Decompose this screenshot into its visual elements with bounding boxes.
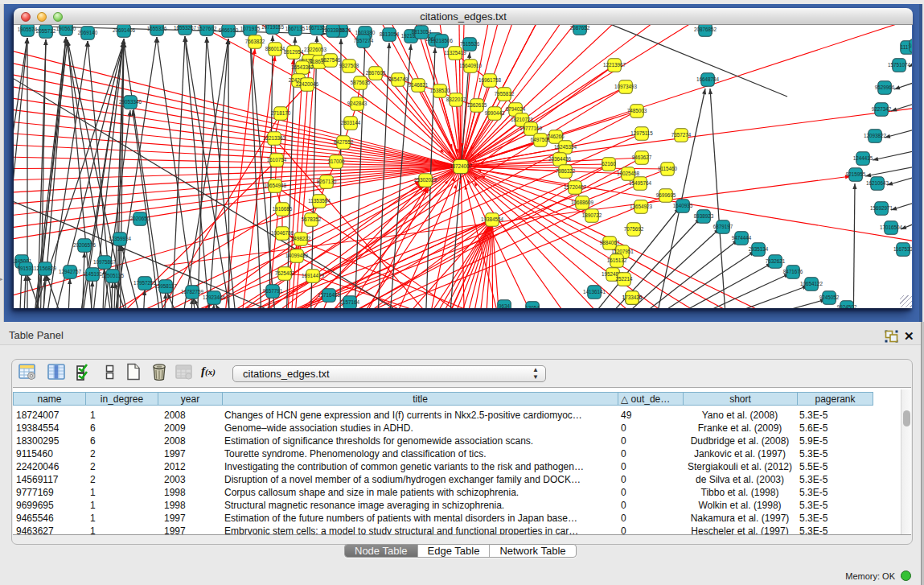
- svg-text:11207951: 11207951: [611, 249, 634, 254]
- svg-text:12359934: 12359934: [109, 236, 132, 241]
- svg-text:9242843: 9242843: [347, 101, 368, 106]
- svg-text:317006: 317006: [327, 159, 345, 164]
- svg-text:2055712: 2055712: [36, 28, 56, 34]
- svg-text:9634: 9634: [499, 303, 511, 308]
- svg-text:10154: 10154: [909, 43, 912, 48]
- svg-text:8860124: 8860124: [265, 46, 285, 51]
- svg-text:15751074: 15751074: [888, 62, 911, 68]
- svg-text:15720407: 15720407: [564, 184, 587, 190]
- svg-text:9884067: 9884067: [600, 240, 620, 245]
- svg-text:10688609: 10688609: [571, 200, 594, 205]
- svg-text:17957255: 17957255: [133, 280, 157, 286]
- svg-text:10654948: 10654948: [264, 183, 287, 188]
- svg-text:7357274: 7357274: [354, 38, 374, 43]
- svg-text:7485003: 7485003: [627, 108, 647, 113]
- svg-text:18724007: 18724007: [450, 163, 473, 169]
- svg-text:16961758: 16961758: [478, 77, 502, 83]
- svg-text:6794024: 6794024: [506, 106, 526, 112]
- svg-text:10046786: 10046786: [271, 230, 294, 236]
- svg-text:62160: 62160: [602, 161, 616, 167]
- svg-text:1610754: 1610754: [267, 157, 287, 163]
- svg-text:11353594: 11353594: [308, 198, 331, 204]
- svg-text:15640910: 15640910: [459, 63, 483, 68]
- svg-text:8427552: 8427552: [334, 139, 354, 145]
- svg-text:8215955: 8215955: [846, 171, 866, 177]
- svg-text:12213363: 12213363: [263, 135, 286, 141]
- svg-text:8454749: 8454749: [388, 76, 409, 82]
- svg-text:1071915: 1071915: [240, 26, 261, 31]
- svg-text:7663822: 7663822: [245, 39, 265, 44]
- svg-text:8813054: 8813054: [412, 29, 432, 35]
- svg-text:14136141: 14136141: [583, 289, 606, 295]
- svg-text:20876852: 20876852: [694, 27, 717, 32]
- svg-text:8322017: 8322017: [446, 97, 466, 102]
- svg-text:22420046: 22420046: [296, 81, 319, 87]
- svg-text:7075692: 7075692: [624, 226, 644, 232]
- svg-text:19384554: 19384554: [481, 216, 504, 222]
- svg-text:16245354: 16245354: [554, 144, 577, 150]
- svg-text:15495764: 15495764: [629, 180, 652, 186]
- svg-text:10975867: 10975867: [93, 259, 117, 265]
- svg-text:1157164: 1157164: [340, 299, 360, 305]
- svg-text:12975115: 12975115: [630, 130, 653, 136]
- svg-text:1655326: 1655326: [147, 26, 167, 31]
- svg-text:8471676: 8471676: [783, 269, 803, 274]
- svg-text:2087652: 2087652: [570, 25, 590, 31]
- svg-text:18210721: 18210721: [511, 117, 534, 122]
- svg-text:9115460: 9115460: [658, 166, 678, 171]
- svg-text:12093822: 12093822: [864, 133, 887, 138]
- svg-text:9474444: 9474444: [732, 235, 752, 241]
- svg-text:9990443: 9990443: [485, 110, 505, 116]
- svg-text:15958117: 15958117: [154, 283, 177, 289]
- svg-text:2020650: 2020650: [130, 216, 150, 221]
- svg-text:12054: 12054: [525, 305, 540, 308]
- svg-text:12505135: 12505135: [101, 273, 125, 278]
- svg-text:12213967: 12213967: [603, 62, 626, 68]
- svg-text:5678352: 5678352: [302, 216, 322, 222]
- svg-text:9827546: 9827546: [321, 57, 341, 63]
- svg-text:9924502: 9924502: [837, 304, 857, 308]
- svg-text:15692971: 15692971: [870, 205, 893, 211]
- svg-text:1362615: 1362615: [467, 102, 487, 108]
- svg-text:1538520: 1538520: [430, 88, 450, 93]
- svg-text:6466160: 6466160: [219, 27, 239, 33]
- svg-text:2069140: 2069140: [78, 30, 98, 35]
- svg-text:9699695: 9699695: [656, 192, 676, 198]
- svg-text:7632621: 7632621: [766, 258, 786, 264]
- svg-text:19777169: 19777169: [519, 126, 543, 131]
- svg-text:8267130: 8267130: [317, 179, 337, 184]
- svg-text:15716485: 15716485: [318, 292, 341, 298]
- svg-text:19218506: 19218506: [430, 38, 454, 43]
- svg-text:23226053: 23226053: [304, 47, 327, 52]
- svg-text:10973493: 10973493: [614, 84, 638, 89]
- svg-text:252214: 252214: [615, 276, 633, 282]
- svg-text:17016504: 17016504: [880, 225, 903, 230]
- svg-text:7357274: 7357274: [671, 132, 692, 138]
- svg-text:11325419: 11325419: [444, 50, 466, 56]
- svg-text:2718170: 2718170: [271, 110, 291, 116]
- svg-text:12923446: 12923446: [203, 295, 226, 300]
- svg-text:16553267: 16553267: [174, 25, 197, 31]
- svg-text:16782759: 16782759: [181, 289, 204, 295]
- svg-text:14099489: 14099489: [285, 253, 309, 258]
- svg-text:391531: 391531: [17, 266, 35, 271]
- svg-text:16033809: 16033809: [322, 27, 345, 33]
- svg-text:20364436: 20364436: [548, 156, 572, 162]
- svg-text:9245052: 9245052: [819, 295, 840, 300]
- svg-text:29053346: 29053346: [119, 99, 142, 105]
- svg-text:1167533: 1167533: [893, 246, 912, 252]
- svg-text:1145191: 1145191: [83, 271, 103, 277]
- svg-text:16543362: 16543362: [291, 64, 314, 70]
- svg-text:8813054: 8813054: [380, 31, 400, 37]
- svg-text:9227342: 9227342: [872, 106, 892, 112]
- svg-text:8938923: 8938923: [694, 213, 714, 219]
- svg-text:9327508: 9327508: [339, 63, 359, 68]
- svg-text:1916685: 1916685: [273, 206, 293, 212]
- svg-text:10654122: 10654122: [800, 281, 823, 286]
- svg-text:16648784: 16648784: [696, 76, 720, 82]
- svg-text:16914479: 16914479: [302, 273, 325, 278]
- svg-text:1640935: 1640935: [673, 203, 693, 208]
- svg-text:12942757: 12942757: [59, 269, 82, 274]
- svg-text:1244415: 1244415: [853, 155, 873, 161]
- svg-text:10719155: 10719155: [261, 25, 285, 30]
